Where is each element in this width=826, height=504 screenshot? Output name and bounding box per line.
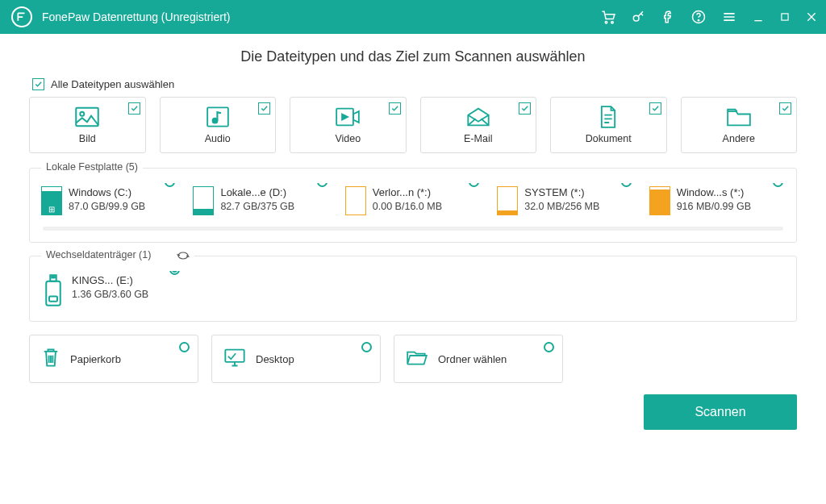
- disk-icon: [497, 186, 518, 215]
- checkbox-icon: [779, 102, 791, 115]
- drive-size: 1.36 GB/3.60 GB: [72, 289, 148, 300]
- radio-icon: [179, 342, 190, 352]
- checkbox-icon: [519, 102, 531, 115]
- drive-name: Window...s (*:): [677, 186, 751, 198]
- type-label: E-Mail: [464, 133, 492, 144]
- key-icon[interactable]: [631, 9, 647, 25]
- svg-point-4: [698, 20, 699, 21]
- location-label: Papierkorb: [70, 353, 121, 365]
- audio-icon: [206, 106, 229, 128]
- radio-icon: [544, 342, 554, 352]
- email-icon: [466, 106, 490, 128]
- horizontal-scrollbar[interactable]: [43, 227, 783, 231]
- help-icon[interactable]: [690, 9, 707, 25]
- drive-system[interactable]: SYSTEM (*:) 32.0 MB/256 MB: [495, 183, 634, 219]
- maximize-icon[interactable]: [779, 11, 791, 23]
- facebook-icon[interactable]: [661, 10, 676, 24]
- disk-icon: ⊞: [41, 186, 62, 215]
- type-card-document[interactable]: Dokument: [550, 97, 667, 153]
- local-drives-group: Lokale Festplatte (5) ⊞ Windows (C:) 87.…: [29, 168, 797, 243]
- drive-size: 916 MB/0.99 GB: [677, 201, 751, 212]
- type-card-audio[interactable]: Audio: [160, 97, 277, 153]
- select-all-label: Alle Dateitypen auswählen: [51, 78, 174, 90]
- app-title: FonePaw Datenrettung (Unregistriert): [42, 10, 230, 23]
- type-card-email[interactable]: E-Mail: [420, 97, 537, 153]
- desktop-icon: [223, 348, 246, 370]
- minimize-icon[interactable]: [752, 10, 765, 23]
- type-card-image[interactable]: Bild: [29, 97, 146, 153]
- disk-icon: [193, 186, 214, 215]
- image-icon: [75, 106, 99, 128]
- radio-icon: [361, 342, 372, 352]
- svg-rect-12: [52, 277, 52, 277]
- drive-local-d[interactable]: Lokale...e (D:) 82.7 GB/375 GB: [191, 183, 330, 219]
- drive-name: Lokale...e (D:): [220, 186, 294, 198]
- type-card-other[interactable]: Andere: [681, 97, 798, 153]
- drive-size: 87.0 GB/99.9 GB: [69, 201, 145, 212]
- drive-name: KINGS... (E:): [72, 274, 148, 286]
- drive-size: 0.00 B/16.0 MB: [373, 201, 442, 212]
- svg-rect-16: [225, 350, 244, 362]
- radio-icon: [165, 183, 175, 187]
- radio-icon: [773, 183, 783, 187]
- svg-rect-15: [49, 297, 57, 302]
- type-label: Andere: [723, 133, 755, 144]
- usb-icon: [41, 274, 65, 306]
- disk-icon: [345, 186, 366, 215]
- select-all-checkbox[interactable]: Alle Dateitypen auswählen: [32, 78, 797, 90]
- titlebar: FonePaw Datenrettung (Unregistriert): [0, 0, 826, 34]
- checkbox-icon: [128, 102, 140, 115]
- location-choose-folder[interactable]: Ordner wählen: [394, 335, 563, 383]
- drive-size: 82.7 GB/375 GB: [220, 201, 294, 212]
- close-icon[interactable]: [805, 10, 818, 23]
- drive-kingston-e[interactable]: KINGS... (E:) 1.36 GB/3.60 GB: [40, 271, 183, 310]
- drive-name: Verlor...n (*:): [373, 186, 442, 198]
- local-drives-label: Lokale Festplatte (5): [41, 161, 143, 173]
- page-title: Die Dateitypen und das Ziel zum Scannen …: [29, 48, 797, 65]
- trash-icon: [41, 347, 60, 371]
- svg-point-2: [633, 15, 639, 21]
- location-label: Desktop: [256, 353, 294, 365]
- removable-drives-label: Wechseldatenträger (1): [41, 249, 194, 261]
- drive-name: Windows (C:): [69, 186, 145, 198]
- type-label: Video: [335, 133, 361, 144]
- checkbox-icon: [649, 102, 661, 115]
- drive-windows-c[interactable]: ⊞ Windows (C:) 87.0 GB/99.9 GB: [40, 183, 178, 219]
- type-label: Dokument: [586, 133, 632, 144]
- type-label: Bild: [79, 133, 96, 144]
- disk-icon: [649, 186, 670, 215]
- radio-icon: [621, 183, 632, 187]
- svg-point-1: [611, 21, 614, 23]
- menu-icon[interactable]: [721, 9, 737, 25]
- radio-icon: [469, 183, 479, 187]
- svg-point-7: [81, 112, 85, 116]
- type-card-video[interactable]: Video: [290, 97, 407, 153]
- document-icon: [599, 106, 618, 128]
- location-recycle-bin[interactable]: Papierkorb: [29, 335, 198, 383]
- svg-rect-6: [77, 108, 99, 127]
- checkbox-icon: [389, 102, 401, 115]
- folder-icon: [727, 106, 751, 128]
- type-label: Audio: [205, 133, 231, 144]
- checkbox-icon: [32, 78, 44, 90]
- refresh-icon[interactable]: [177, 250, 190, 261]
- location-label: Ordner wählen: [438, 353, 507, 365]
- svg-rect-13: [54, 277, 55, 277]
- checkbox-icon: [258, 102, 270, 115]
- svg-point-0: [605, 21, 607, 23]
- app-logo: [11, 6, 32, 27]
- removable-drives-group: Wechseldatenträger (1): [29, 256, 797, 322]
- radio-icon: [169, 271, 180, 275]
- cart-icon[interactable]: [600, 9, 616, 25]
- video-icon: [336, 106, 360, 128]
- drive-name: SYSTEM (*:): [524, 186, 599, 198]
- svg-rect-5: [782, 14, 788, 20]
- radio-icon: [317, 183, 327, 187]
- drive-windows-alt[interactable]: Window...s (*:) 916 MB/0.99 GB: [648, 183, 786, 219]
- scan-button[interactable]: Scannen: [644, 394, 797, 430]
- folder-open-icon: [406, 348, 428, 369]
- drive-lost[interactable]: Verlor...n (*:) 0.00 B/16.0 MB: [344, 183, 482, 219]
- drive-size: 32.0 MB/256 MB: [524, 201, 599, 212]
- location-desktop[interactable]: Desktop: [211, 335, 381, 383]
